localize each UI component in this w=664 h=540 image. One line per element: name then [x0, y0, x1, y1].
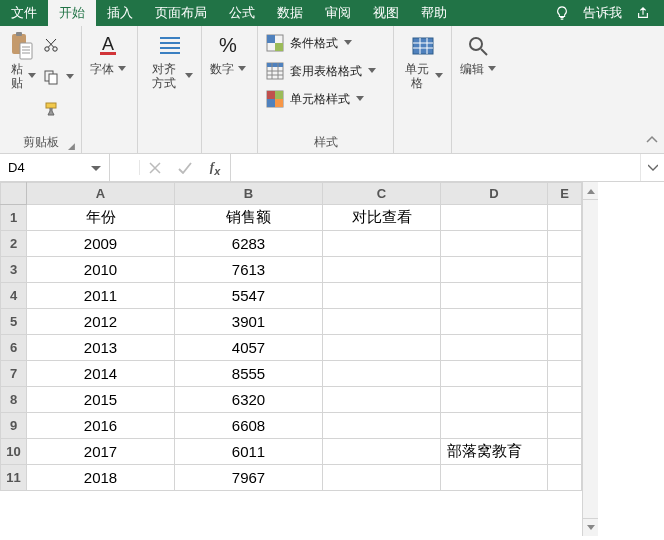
cell[interactable]: 8555 [175, 361, 323, 387]
cell[interactable] [441, 361, 548, 387]
cell[interactable] [548, 413, 582, 439]
cell[interactable]: 2018 [27, 465, 175, 491]
vertical-scrollbar[interactable] [582, 182, 598, 536]
cell[interactable] [548, 309, 582, 335]
cell[interactable] [548, 231, 582, 257]
tab-data[interactable]: 数据 [266, 0, 314, 26]
cell[interactable]: 销售额 [175, 205, 323, 231]
grid[interactable]: A B C D E 1年份销售额对比查看22009628332010761342… [0, 182, 582, 536]
cell[interactable]: 4057 [175, 335, 323, 361]
insert-function-button[interactable]: fx [200, 159, 230, 177]
cell[interactable]: 6011 [175, 439, 323, 465]
cell[interactable] [548, 283, 582, 309]
cell[interactable]: 年份 [27, 205, 175, 231]
alignment-button[interactable]: 对齐方式 [146, 30, 193, 151]
cell[interactable] [441, 413, 548, 439]
cell[interactable] [323, 257, 441, 283]
cut-button[interactable] [42, 34, 74, 56]
cell-styles-button[interactable]: 单元格样式 [266, 88, 385, 110]
cell[interactable]: 3901 [175, 309, 323, 335]
dialog-launcher-icon[interactable]: ◢ [68, 141, 75, 151]
row-header[interactable]: 2 [1, 231, 27, 257]
cell[interactable] [548, 335, 582, 361]
cell[interactable]: 2009 [27, 231, 175, 257]
tab-help[interactable]: 帮助 [410, 0, 458, 26]
cell[interactable] [323, 413, 441, 439]
conditional-format-button[interactable]: 条件格式 [266, 32, 385, 54]
row-header[interactable]: 9 [1, 413, 27, 439]
format-as-table-button[interactable]: 套用表格格式 [266, 60, 385, 82]
row-header[interactable]: 5 [1, 309, 27, 335]
row-header[interactable]: 6 [1, 335, 27, 361]
cell[interactable] [323, 361, 441, 387]
tab-formulas[interactable]: 公式 [218, 0, 266, 26]
cell[interactable] [441, 309, 548, 335]
format-painter-button[interactable] [42, 98, 74, 120]
tab-insert[interactable]: 插入 [96, 0, 144, 26]
paste-button[interactable]: 粘贴 [8, 30, 36, 134]
cell[interactable]: 2017 [27, 439, 175, 465]
number-button[interactable]: % 数字 [210, 30, 246, 151]
cell[interactable]: 2010 [27, 257, 175, 283]
tab-view[interactable]: 视图 [362, 0, 410, 26]
chevron-down-icon[interactable] [91, 160, 101, 175]
col-header[interactable]: B [175, 183, 323, 205]
select-all-button[interactable] [1, 183, 27, 205]
cell[interactable]: 7613 [175, 257, 323, 283]
cells-button[interactable]: 单元格 [402, 30, 443, 151]
tab-file[interactable]: 文件 [0, 0, 48, 26]
tab-pagelayout[interactable]: 页面布局 [144, 0, 218, 26]
row-header[interactable]: 11 [1, 465, 27, 491]
expand-formula-bar-button[interactable] [640, 154, 664, 181]
cell[interactable] [441, 205, 548, 231]
cell[interactable]: 7967 [175, 465, 323, 491]
cell[interactable] [548, 361, 582, 387]
col-header[interactable]: C [323, 183, 441, 205]
formula-input[interactable] [239, 160, 632, 175]
cell[interactable] [441, 387, 548, 413]
cell[interactable]: 6320 [175, 387, 323, 413]
cell[interactable]: 2016 [27, 413, 175, 439]
tellme-button[interactable]: 告诉我 [583, 4, 622, 22]
cell[interactable]: 2014 [27, 361, 175, 387]
tab-review[interactable]: 审阅 [314, 0, 362, 26]
cell[interactable] [323, 283, 441, 309]
cell[interactable] [441, 231, 548, 257]
share-icon[interactable] [636, 6, 650, 20]
font-button[interactable]: A 字体 [90, 30, 126, 151]
row-header[interactable]: 1 [1, 205, 27, 231]
col-header[interactable]: E [548, 183, 582, 205]
cell[interactable]: 2011 [27, 283, 175, 309]
collapse-ribbon-icon[interactable] [646, 134, 658, 149]
name-box[interactable] [0, 154, 110, 181]
cell[interactable]: 6283 [175, 231, 323, 257]
cancel-button[interactable] [140, 162, 170, 174]
cell[interactable] [548, 387, 582, 413]
cell[interactable]: 对比查看 [323, 205, 441, 231]
cell[interactable] [548, 465, 582, 491]
cell[interactable]: 2015 [27, 387, 175, 413]
cell[interactable] [441, 257, 548, 283]
cell[interactable] [441, 335, 548, 361]
scroll-down-icon[interactable] [583, 518, 598, 536]
cell[interactable] [548, 205, 582, 231]
cell[interactable] [323, 465, 441, 491]
row-header[interactable]: 4 [1, 283, 27, 309]
editing-button[interactable]: 编辑 [460, 30, 496, 151]
cell[interactable] [441, 283, 548, 309]
copy-button[interactable] [42, 66, 74, 88]
cell[interactable] [323, 231, 441, 257]
row-header[interactable]: 8 [1, 387, 27, 413]
cell[interactable]: 6608 [175, 413, 323, 439]
cell[interactable]: 5547 [175, 283, 323, 309]
row-header[interactable]: 7 [1, 361, 27, 387]
cell[interactable] [323, 439, 441, 465]
row-header[interactable]: 10 [1, 439, 27, 465]
cell[interactable] [323, 335, 441, 361]
row-header[interactable]: 3 [1, 257, 27, 283]
scroll-up-icon[interactable] [583, 182, 598, 200]
cell[interactable] [548, 257, 582, 283]
cell[interactable]: 部落窝教育 [441, 439, 548, 465]
cell[interactable]: 2013 [27, 335, 175, 361]
formula-input-wrapper[interactable] [231, 154, 640, 181]
